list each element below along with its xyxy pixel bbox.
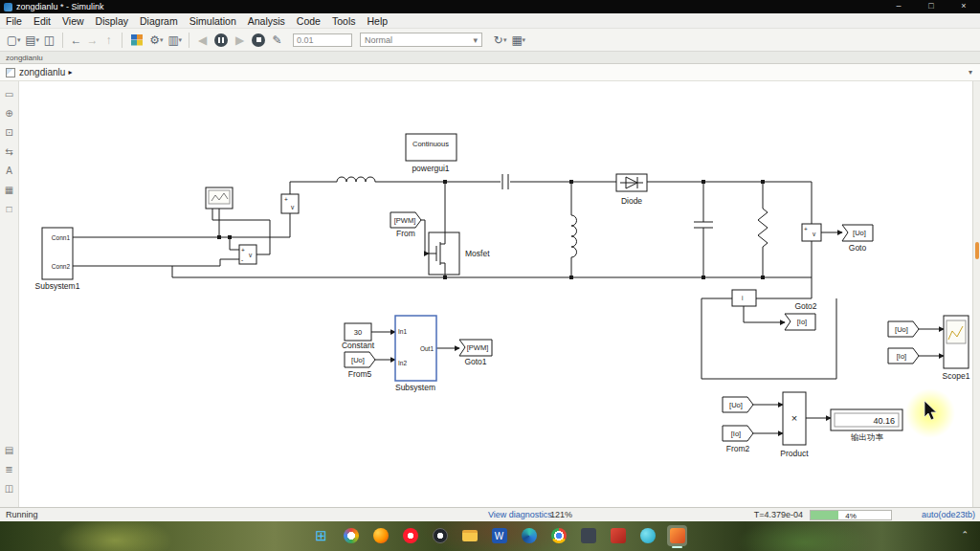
breadcrumb-chevron-icon: ▸ — [68, 68, 72, 77]
obs-taskbar-icon[interactable] — [430, 525, 450, 546]
breadcrumb-model[interactable]: zongdianlu — [19, 67, 65, 77]
svg-text:[Io]: [Io] — [731, 430, 741, 438]
up-to-parent-icon[interactable]: ↑ — [100, 30, 117, 51]
menu-analysis[interactable]: Analysis — [242, 15, 291, 27]
menu-simulation[interactable]: Simulation — [184, 15, 242, 27]
svg-text:[Uo]: [Uo] — [853, 229, 866, 237]
block-mosfet[interactable]: Mosfet — [429, 232, 490, 275]
area-icon[interactable]: □ — [6, 204, 11, 214]
menu-display[interactable]: Display — [90, 15, 134, 27]
block-from2-io[interactable]: [Io] From2 — [723, 426, 753, 453]
svg-text:40.16: 40.16 — [873, 416, 895, 426]
file-explorer-taskbar-icon[interactable] — [459, 525, 479, 546]
svg-text:Conn1: Conn1 — [52, 234, 71, 241]
chrome-taskbar-icon[interactable] — [548, 525, 568, 546]
breadcrumb-expander-icon[interactable]: ▾ — [969, 68, 972, 77]
back-icon[interactable]: ← — [68, 30, 84, 51]
vertical-scrollbar[interactable] — [972, 81, 980, 507]
simulation-mode-dropdown[interactable]: Normal ▾ — [360, 33, 482, 47]
step-back-icon[interactable]: ◀ — [194, 30, 211, 51]
block-powergui[interactable]: Continuous powergui1 — [406, 134, 457, 173]
new-model-caret[interactable]: ▾ — [17, 36, 21, 44]
app-taskbar-icon-1[interactable] — [578, 525, 598, 546]
tune-icon[interactable]: ✎ — [269, 30, 285, 51]
product-caption: Product — [780, 449, 809, 458]
block-voltage-measurement-top[interactable]: + v — [281, 194, 299, 213]
config-caret[interactable]: ▾ — [160, 36, 164, 44]
app-taskbar-icon-2[interactable] — [608, 525, 628, 546]
menu-file[interactable]: File — [0, 15, 28, 27]
search-button[interactable] — [341, 525, 361, 546]
fit-view-icon[interactable]: ⊡ — [5, 127, 12, 138]
block-from-pwm[interactable]: [PWM] From — [390, 212, 421, 238]
image-icon[interactable]: ▦ — [5, 185, 13, 195]
annotation-icon[interactable]: A — [6, 165, 12, 176]
menu-tools[interactable]: Tools — [326, 15, 362, 27]
block-current-measurement[interactable]: i — [732, 290, 756, 306]
step-forward-icon[interactable]: ▶ — [232, 30, 248, 51]
block-goto-uo[interactable]: [Uo] Goto — [842, 225, 873, 253]
block-display-power[interactable]: 40.16 输出功率 — [831, 409, 902, 442]
menu-help[interactable]: Help — [361, 15, 393, 27]
simulink-taskbar-icon[interactable] — [667, 525, 687, 546]
start-button[interactable]: ⊞ — [311, 525, 331, 546]
explorer-caret[interactable]: ▾ — [179, 36, 183, 44]
zoom-icon[interactable]: ⊕ — [5, 108, 12, 119]
model-canvas[interactable]: Continuous powergui1 Conn1 Conn2 Subsyst… — [19, 81, 972, 507]
close-button[interactable]: × — [947, 0, 980, 13]
pause-button[interactable] — [214, 33, 228, 47]
library-browser-icon[interactable] — [131, 34, 143, 46]
edge-taskbar-icon[interactable] — [519, 525, 539, 546]
app-icon-3 — [640, 528, 656, 543]
block-from-uo-power[interactable]: [Uo] — [723, 397, 753, 412]
block-voltage-measurement-out[interactable]: + v — [802, 224, 821, 241]
opera-taskbar-icon[interactable] — [400, 525, 420, 546]
block-voltage-display[interactable] — [206, 187, 233, 209]
forward-icon[interactable]: → — [84, 30, 100, 51]
model-dock-tab[interactable]: zongdianlu — [6, 54, 43, 62]
maximize-button[interactable]: □ — [915, 0, 947, 13]
toolbar: ▢▾ ▤▾ ◫ ← → ↑ ⚙▾ ▥▾ ◀ ▶ ✎ Normal ▾ ↻▾ ▦▾ — [0, 29, 980, 52]
menu-view[interactable]: View — [56, 15, 90, 27]
block-diode[interactable]: Diode — [616, 174, 647, 206]
block-from-uo-scope[interactable]: [Uo] — [888, 321, 919, 337]
menu-diagram[interactable]: Diagram — [134, 15, 184, 27]
simulation-stop-time-input[interactable] — [293, 33, 352, 47]
build-caret[interactable]: ▾ — [523, 36, 526, 44]
title-bar: zongdianlu * - Simulink – □ × — [0, 0, 980, 13]
solver-name[interactable]: auto(ode23tb) — [922, 510, 975, 519]
block-product[interactable]: × Product — [780, 392, 809, 458]
tray-chevron-icon[interactable]: ⌃ — [961, 530, 969, 540]
save-icon[interactable]: ◫ — [41, 30, 57, 51]
menu-code[interactable]: Code — [291, 15, 326, 27]
app-taskbar-icon-3[interactable] — [637, 525, 657, 546]
svg-text:i: i — [742, 295, 743, 301]
from5-caption: From5 — [348, 369, 372, 379]
goto-uo-caption: Goto — [849, 243, 867, 253]
word-taskbar-icon[interactable]: W — [489, 525, 509, 546]
block-scope1[interactable]: Scope1 — [943, 316, 970, 381]
refresh-caret[interactable]: ▾ — [503, 36, 507, 44]
block-goto1-pwm[interactable]: [PWM] Goto1 — [459, 340, 492, 366]
block-voltage-measurement-left[interactable]: + - v — [239, 245, 256, 264]
zoom-level: 121% — [550, 510, 572, 519]
block-constant-30[interactable]: 30 Constant — [342, 323, 375, 350]
word-icon: W — [492, 528, 507, 543]
property-inspector-icon[interactable]: ◫ — [5, 483, 13, 494]
block-from-io-scope[interactable]: [Io] — [888, 348, 919, 364]
svg-text:In2: In2 — [398, 360, 407, 366]
sample-time-icon[interactable]: ▤ — [5, 445, 13, 455]
progress-percent: 4% — [811, 512, 891, 520]
block-from5-uo[interactable]: [Uo] From5 — [345, 352, 375, 379]
minimize-button[interactable]: – — [882, 0, 915, 13]
block-subsystem[interactable]: In1 In2 Out1 Subsystem — [395, 316, 436, 392]
firefox-taskbar-icon[interactable] — [370, 525, 390, 546]
stop-button[interactable] — [252, 33, 265, 47]
pan-icon[interactable]: ⇆ — [5, 146, 12, 157]
block-goto2-io[interactable]: Goto2 [Io] — [785, 301, 817, 330]
menu-edit[interactable]: Edit — [28, 15, 56, 27]
view-diagnostics-link[interactable]: View diagnostics — [488, 510, 552, 519]
open-model-caret[interactable]: ▾ — [36, 36, 40, 44]
hide-browser-icon[interactable]: ▭ — [5, 89, 13, 99]
viewmarks-icon[interactable]: ≣ — [5, 464, 12, 474]
